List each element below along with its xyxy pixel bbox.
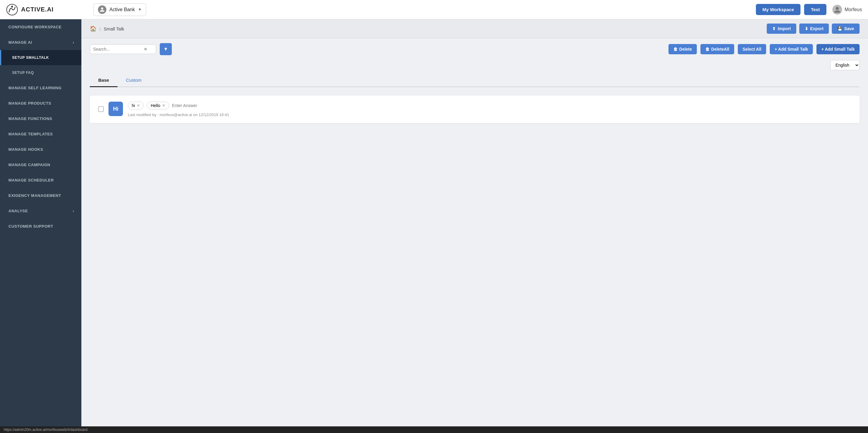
sidebar-label-exigency-management: EXIGENCY MANAGEMENT: [8, 193, 61, 198]
row-checkbox[interactable]: [98, 107, 104, 112]
user-avatar-icon: [832, 5, 842, 15]
sidebar-label-setup-faq: SETUP FAQ: [12, 70, 34, 75]
delete-label: Delete: [679, 47, 692, 52]
modified-text: Last modified by : morfeus@active.ai on …: [128, 113, 851, 117]
search-box[interactable]: ✕: [90, 44, 156, 54]
export-icon: ⬇: [805, 26, 808, 31]
svg-point-1: [11, 6, 13, 7]
deleteall-icon: 🗑: [705, 47, 710, 52]
sidebar-item-manage-campaign[interactable]: MANAGE CAMPAIGN: [0, 157, 82, 172]
app-header: ACTIVE.AI Active Bank ▼ My Workspace Tes…: [0, 0, 868, 19]
sidebar-item-configure-workspace[interactable]: CONFIGURE WORKSPACE: [0, 19, 82, 35]
user-area: Morfeus: [832, 5, 862, 15]
tab-custom-label: Custom: [126, 78, 142, 83]
answer-input[interactable]: [172, 103, 225, 108]
export-button[interactable]: ⬇ Export: [799, 24, 829, 34]
breadcrumb: 🏠 | Small Talk: [90, 25, 124, 32]
tab-base[interactable]: Base: [90, 74, 118, 87]
deleteall-button[interactable]: 🗑 DeleteAll: [701, 44, 734, 54]
analyse-chevron-icon: ›: [73, 209, 74, 213]
import-icon: ⬆: [772, 26, 776, 31]
sidebar-label-manage-hooks: MANAGE HOOKS: [8, 147, 43, 152]
header-actions: My Workspace Test Morfeus: [756, 4, 862, 15]
sidebar-item-setup-smalltalk[interactable]: SETUP SMALLTALK: [0, 50, 82, 65]
language-select[interactable]: English French Spanish German: [830, 60, 860, 70]
language-select-wrap: English French Spanish German: [82, 60, 868, 74]
content-topbar: 🏠 | Small Talk ⬆ Import ⬇ Export 💾 Save: [82, 19, 868, 38]
tag-hi: hi ✕: [128, 102, 144, 110]
sidebar-label-manage-ai: MANAGE AI: [8, 40, 32, 45]
save-icon: 💾: [837, 26, 842, 31]
bank-chevron-icon: ▼: [138, 7, 142, 12]
add-small-talk-label-2: + Add Small Talk: [821, 47, 855, 52]
sidebar-item-customer-support[interactable]: CUSTOMER SUPPORT: [0, 219, 82, 234]
sidebar-item-manage-functions[interactable]: MANAGE FUNCTIONS: [0, 111, 82, 126]
deleteall-label: DeleteAll: [711, 47, 730, 52]
logo-icon: [6, 4, 18, 16]
filter-button[interactable]: ▼: [160, 43, 172, 55]
export-label: Export: [810, 26, 824, 31]
save-label: Save: [844, 26, 854, 31]
logo-area: ACTIVE.AI: [6, 4, 87, 16]
content-toolbar: ✕ ▼ 🗑 Delete 🗑 DeleteAll Select All + Ad…: [82, 38, 868, 60]
sidebar-item-manage-scheduler[interactable]: MANAGE SCHEDULER: [0, 172, 82, 188]
sidebar-label-customer-support: CUSTOMER SUPPORT: [8, 224, 53, 229]
breadcrumb-page-name: Small Talk: [104, 26, 124, 31]
status-url: https://admin20m.active.ai/morfeusweb/#/…: [4, 428, 87, 432]
test-button[interactable]: Test: [804, 4, 827, 15]
tags-row: hi ✕ Hello ✕: [128, 102, 851, 110]
tag-hello-close-icon[interactable]: ✕: [162, 104, 165, 108]
sidebar-item-setup-faq[interactable]: SETUP FAQ: [0, 65, 82, 80]
sidebar-label-manage-self-learning: MANAGE SELF LEARNING: [8, 86, 61, 90]
tabs: Base Custom: [90, 74, 860, 87]
hi-badge: Hi: [108, 102, 123, 116]
logo-text: ACTIVE.AI: [21, 6, 54, 13]
tab-custom[interactable]: Custom: [118, 74, 150, 87]
sidebar-label-manage-functions: MANAGE FUNCTIONS: [8, 116, 52, 121]
add-small-talk-button-2[interactable]: + Add Small Talk: [816, 44, 860, 54]
sidebar-item-exigency-management[interactable]: EXIGENCY MANAGEMENT: [0, 188, 82, 203]
smalltalk-row: Hi hi ✕ Hello ✕ Last modified: [98, 102, 851, 117]
sidebar-label-configure-workspace: CONFIGURE WORKSPACE: [8, 25, 61, 29]
delete-icon: 🗑: [673, 47, 678, 52]
my-workspace-button[interactable]: My Workspace: [756, 4, 801, 15]
tag-hello: Hello ✕: [147, 102, 169, 110]
clear-search-icon[interactable]: ✕: [144, 47, 147, 52]
sidebar-label-setup-smalltalk: SETUP SMALLTALK: [12, 56, 49, 60]
sidebar: CONFIGURE WORKSPACE MANAGE AI › SETUP SM…: [0, 19, 82, 433]
import-button[interactable]: ⬆ Import: [767, 24, 796, 34]
sidebar-item-manage-hooks[interactable]: MANAGE HOOKS: [0, 142, 82, 157]
tab-base-label: Base: [98, 78, 109, 83]
manage-ai-chevron-icon: ›: [73, 40, 74, 45]
breadcrumb-separator: |: [99, 26, 101, 31]
tag-hi-text: hi: [132, 103, 135, 108]
add-small-talk-label-1: + Add Small Talk: [775, 47, 808, 52]
delete-button[interactable]: 🗑 Delete: [669, 44, 697, 54]
main-content: 🏠 | Small Talk ⬆ Import ⬇ Export 💾 Save …: [82, 19, 868, 433]
hi-badge-text: Hi: [113, 106, 119, 112]
sidebar-label-analyse: ANALYSE: [8, 209, 28, 213]
sidebar-item-manage-ai[interactable]: MANAGE AI ›: [0, 35, 82, 50]
status-bar: https://admin20m.active.ai/morfeusweb/#/…: [0, 426, 868, 433]
user-name: Morfeus: [844, 7, 862, 12]
sidebar-label-manage-campaign: MANAGE CAMPAIGN: [8, 163, 50, 167]
selectall-label: Select All: [743, 47, 762, 52]
tag-hi-close-icon[interactable]: ✕: [137, 104, 140, 108]
search-input[interactable]: [93, 47, 141, 52]
topbar-actions: ⬆ Import ⬇ Export 💾 Save: [767, 24, 860, 34]
tabs-area: Base Custom: [82, 74, 868, 87]
smalltalk-card: Hi hi ✕ Hello ✕ Last modified: [90, 95, 860, 123]
sidebar-item-analyse[interactable]: ANALYSE ›: [0, 203, 82, 219]
sidebar-item-manage-self-learning[interactable]: MANAGE SELF LEARNING: [0, 80, 82, 95]
home-icon[interactable]: 🏠: [90, 25, 96, 32]
bank-name: Active Bank: [110, 7, 135, 12]
sidebar-item-manage-templates[interactable]: MANAGE TEMPLATES: [0, 126, 82, 142]
tag-hello-text: Hello: [151, 103, 160, 108]
selectall-button[interactable]: Select All: [738, 44, 767, 54]
sidebar-item-manage-products[interactable]: MANAGE PRODUCTS: [0, 95, 82, 111]
sidebar-label-manage-products: MANAGE PRODUCTS: [8, 101, 51, 106]
content-area: Hi hi ✕ Hello ✕ Last modified: [82, 87, 868, 132]
add-small-talk-button-1[interactable]: + Add Small Talk: [770, 44, 813, 54]
bank-selector[interactable]: Active Bank ▼: [93, 3, 146, 16]
save-button[interactable]: 💾 Save: [832, 24, 860, 34]
